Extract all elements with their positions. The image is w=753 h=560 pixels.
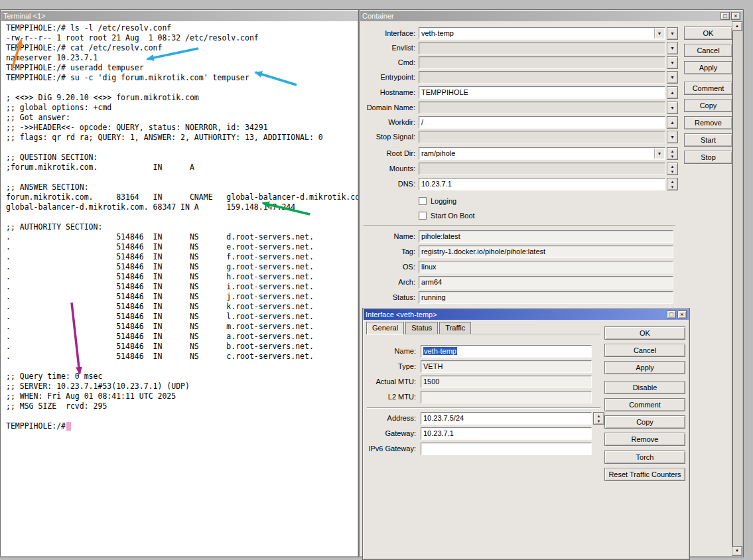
domain-name-label: Domain Name: xyxy=(360,102,415,114)
arch-row: Arch: arm64 xyxy=(360,276,743,289)
logging-row: Logging xyxy=(360,195,743,208)
cancel-button[interactable]: Cancel xyxy=(684,44,732,57)
close-icon: × xyxy=(734,13,737,19)
address-updown-button[interactable]: ▲ ▼ xyxy=(593,412,604,425)
envlist-input xyxy=(419,42,665,54)
tab-traffic[interactable]: Traffic xyxy=(439,322,471,334)
copy-button[interactable]: Copy xyxy=(684,99,732,112)
workdir-collapse-button[interactable]: ▲ xyxy=(667,116,678,129)
interface-input[interactable]: veth-temp ▼ xyxy=(419,27,665,40)
container-separator xyxy=(364,225,675,226)
entrypoint-expand-button[interactable]: ▼ xyxy=(667,71,678,84)
logging-checkbox[interactable] xyxy=(419,197,427,205)
restore-icon: □ xyxy=(669,311,673,318)
chevron-down-icon[interactable]: ▼ xyxy=(654,149,664,159)
cmd-expand-button[interactable]: ▼ xyxy=(667,56,678,69)
gateway-label: Gateway: xyxy=(363,427,416,440)
dns-updown-button[interactable]: ▲ ▼ xyxy=(667,178,678,190)
start-button[interactable]: Start xyxy=(684,133,732,147)
os-row: OS: linux xyxy=(360,261,743,274)
workdir-label: Workdir: xyxy=(360,116,415,129)
workdir-input[interactable]: / xyxy=(419,116,665,129)
chevron-down-icon: ▼ xyxy=(667,184,677,190)
arch-label: Arch: xyxy=(360,276,415,289)
container-scrollbar[interactable]: ▲ ▼ xyxy=(732,21,742,556)
tab-general[interactable]: General xyxy=(366,322,404,334)
comment-button[interactable]: Comment xyxy=(684,82,732,95)
address-label: Address: xyxy=(363,412,416,425)
dns-row: DNS: 10.23.7.1 ▲ ▼ xyxy=(360,178,743,191)
restore-button[interactable]: □ xyxy=(667,311,676,318)
start-on-boot-checkbox[interactable] xyxy=(419,212,427,220)
l2-mtu-value xyxy=(421,391,592,403)
apply-button[interactable]: Apply xyxy=(684,61,732,74)
interface-label: Interface: xyxy=(360,27,415,40)
terminal-titlebar[interactable]: Terminal <1> xyxy=(1,11,358,21)
close-button[interactable]: × xyxy=(731,12,740,20)
chevron-down-icon: ▼ xyxy=(670,135,675,139)
close-button[interactable]: × xyxy=(677,311,687,318)
interface-expand-button[interactable]: ▼ xyxy=(667,27,678,40)
reset-traffic-counters-button[interactable]: Reset Traffic Counters xyxy=(604,468,685,481)
start-on-boot-checkbox-label: Start On Boot xyxy=(431,210,475,222)
hostname-collapse-button[interactable]: ▲ xyxy=(667,86,678,99)
terminal-prompt-line: TEMPPIHOLE:/# xyxy=(6,421,358,431)
envlist-expand-button[interactable]: ▼ xyxy=(667,42,678,54)
start-on-boot-row: Start On Boot xyxy=(360,210,743,223)
close-icon: × xyxy=(680,311,683,318)
restore-icon: □ xyxy=(723,13,726,19)
root-dir-updown-button[interactable]: ▲ ▼ xyxy=(667,147,678,160)
disable-button[interactable]: Disable xyxy=(604,381,685,394)
chevron-up-icon: ▲ xyxy=(667,164,677,169)
remove-button[interactable]: Remove xyxy=(684,116,732,129)
terminal-output: TEMPPIHOLE:/# ls -l /etc/resolv.conf -rw… xyxy=(6,23,358,411)
arch-value: arm64 xyxy=(419,276,673,289)
name-input[interactable]: veth-temp xyxy=(421,345,592,358)
type-label: Type: xyxy=(363,360,416,373)
comment-button[interactable]: Comment xyxy=(604,398,685,411)
stop-signal-expand-button[interactable]: ▼ xyxy=(667,131,678,143)
name-label: Name: xyxy=(363,345,416,358)
terminal-title: Terminal <1> xyxy=(3,12,356,20)
chevron-down-icon[interactable]: ▼ xyxy=(654,29,664,38)
hostname-input[interactable]: TEMPPIHOLE xyxy=(419,86,665,99)
ok-button[interactable]: OK xyxy=(684,27,732,40)
cancel-button[interactable]: Cancel xyxy=(604,344,685,357)
scroll-down-icon[interactable]: ▼ xyxy=(732,546,742,556)
container-titlebar[interactable]: Container □ × xyxy=(360,11,742,21)
terminal-window: Terminal <1> TEMPPIHOLE:/# ls -l /etc/re… xyxy=(0,9,359,557)
selected-text: veth-temp xyxy=(423,347,457,355)
mounts-label: Mounts: xyxy=(360,163,415,175)
scrollbar-thumb[interactable] xyxy=(732,31,733,546)
os-label: OS: xyxy=(360,261,415,273)
envlist-label: Envlist: xyxy=(360,42,415,54)
torch-button[interactable]: Torch xyxy=(604,451,685,464)
container-title: Container xyxy=(362,12,719,20)
tab-status[interactable]: Status xyxy=(405,322,438,334)
apply-button[interactable]: Apply xyxy=(604,361,685,374)
ipv6-gateway-input[interactable] xyxy=(421,443,592,455)
dns-label: DNS: xyxy=(360,178,415,190)
restore-button[interactable]: □ xyxy=(720,12,730,20)
chevron-down-icon: ▼ xyxy=(670,105,675,110)
interface-separator xyxy=(367,407,600,409)
ok-button[interactable]: OK xyxy=(604,326,685,340)
tag-value: registry-1.docker.io/pihole/pihole:lates… xyxy=(419,245,673,258)
remove-button[interactable]: Remove xyxy=(604,433,685,446)
interface-dialog: Interface <veth-temp> □ × General Status… xyxy=(362,308,690,560)
domain-name-expand-button[interactable]: ▼ xyxy=(667,102,678,114)
mounts-updown-button[interactable]: ▲ ▼ xyxy=(667,163,678,175)
type-value: VETH xyxy=(421,360,592,373)
copy-button[interactable]: Copy xyxy=(604,415,685,429)
desktop: Terminal <1> TEMPPIHOLE:/# ls -l /etc/re… xyxy=(0,0,753,560)
address-input[interactable]: 10.23.7.5/24 xyxy=(421,412,592,425)
gateway-input[interactable]: 10.23.7.1 xyxy=(421,427,592,440)
scroll-up-icon[interactable]: ▲ xyxy=(732,21,742,31)
chevron-down-icon: ▼ xyxy=(594,419,604,424)
interface-titlebar[interactable]: Interface <veth-temp> □ × xyxy=(364,309,689,320)
stop-button[interactable]: Stop xyxy=(684,151,732,164)
terminal-screen[interactable]: TEMPPIHOLE:/# ls -l /etc/resolv.conf -rw… xyxy=(1,21,358,556)
dns-input[interactable]: 10.23.7.1 xyxy=(419,178,665,190)
root-dir-input[interactable]: ram/pihole ▼ xyxy=(419,147,665,160)
interface-value: veth-temp xyxy=(421,29,454,37)
